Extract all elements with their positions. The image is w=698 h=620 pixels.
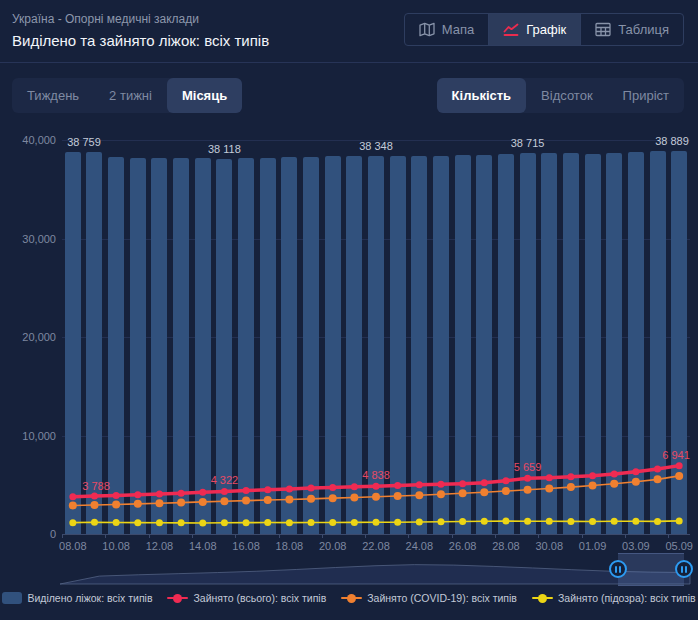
- x-axis-label: 10.08: [102, 540, 130, 552]
- bar-allocated-beds[interactable]: [346, 156, 362, 534]
- bar-allocated-beds[interactable]: [130, 158, 146, 534]
- legend-dot: [173, 594, 182, 603]
- bar-allocated-beds[interactable]: [390, 156, 406, 534]
- tab-week[interactable]: Тиждень: [12, 78, 94, 113]
- bar-allocated-beds[interactable]: [195, 158, 211, 534]
- navigator-silhouette: [60, 565, 690, 584]
- bar-allocated-beds[interactable]: [325, 156, 341, 534]
- x-axis-label: 12.08: [146, 540, 174, 552]
- bar-allocated-beds[interactable]: [498, 154, 514, 534]
- tab-month[interactable]: Місяць: [167, 78, 242, 113]
- page-title: Виділено та зайнято ліжок: всіх типів: [12, 32, 269, 49]
- view-button-chart[interactable]: Графік: [488, 14, 580, 45]
- tab-percent[interactable]: Відсоток: [526, 78, 607, 113]
- tab-growth[interactable]: Приріст: [608, 78, 684, 113]
- bar-allocated-beds[interactable]: [433, 156, 449, 534]
- bar-value-label: 38 715: [511, 137, 545, 149]
- bar-allocated-beds[interactable]: [260, 158, 276, 534]
- legend-label: Виділено ліжок: всіх типів: [27, 592, 152, 604]
- legend-item-occupied-suspected[interactable]: Зайнято (підозра): всіх типів: [532, 592, 696, 604]
- navigator-handle-right[interactable]: [675, 560, 693, 578]
- bar-allocated-beds[interactable]: [520, 153, 536, 534]
- bar-allocated-beds[interactable]: [650, 151, 666, 534]
- legend-item-allocated[interactable]: Виділено ліжок: всіх типів: [2, 592, 152, 604]
- handle-grip: [619, 566, 621, 573]
- legend-dot: [538, 594, 547, 603]
- handle-grip: [615, 566, 617, 573]
- x-axis-label: 20.08: [319, 540, 347, 552]
- tab-quantity[interactable]: Кількість: [437, 78, 527, 113]
- bar-allocated-beds[interactable]: [671, 151, 687, 534]
- line-value-label: 4 322: [211, 474, 239, 486]
- bar-allocated-beds[interactable]: [628, 152, 644, 534]
- x-axis-label: 30.08: [535, 540, 563, 552]
- x-axis-label: 16.08: [232, 540, 260, 552]
- table-icon: [595, 22, 611, 37]
- view-button-map[interactable]: Мапа: [405, 14, 488, 45]
- view-button-chart-label: Графік: [526, 22, 566, 37]
- legend-line-swatch: [532, 597, 553, 600]
- x-axis-label: 03.09: [622, 540, 650, 552]
- x-axis-label: 28.08: [492, 540, 520, 552]
- bar-allocated-beds[interactable]: [476, 155, 492, 534]
- x-axis-label: 22.08: [362, 540, 390, 552]
- bar-allocated-beds[interactable]: [173, 158, 189, 534]
- x-axis-line: [62, 534, 690, 535]
- bar-value-label: 38 348: [359, 140, 393, 152]
- legend-item-occupied-covid[interactable]: Зайнято (COVID-19): всіх типів: [341, 592, 517, 604]
- x-axis-label: 24.08: [406, 540, 434, 552]
- legend-dot: [347, 594, 356, 603]
- bar-allocated-beds[interactable]: [455, 155, 471, 534]
- bar-allocated-beds[interactable]: [281, 157, 297, 534]
- tab-two-weeks[interactable]: 2 тижні: [94, 78, 167, 113]
- navigator-selection-window[interactable]: [618, 553, 684, 586]
- chart-plot-area: 010,00020,00030,00040,00038 75938 11838 …: [0, 120, 698, 560]
- bar-value-label: 38 118: [208, 143, 241, 155]
- line-value-label: 6 941: [662, 449, 690, 461]
- navigator-handle-left[interactable]: [609, 560, 627, 578]
- breadcrumb: Україна - Опорні медичні заклади: [12, 12, 199, 26]
- map-icon: [419, 22, 435, 37]
- line-value-label: 5 659: [514, 461, 542, 473]
- bar-allocated-beds[interactable]: [238, 158, 254, 534]
- bar-allocated-beds[interactable]: [303, 157, 319, 534]
- legend-bar-swatch: [2, 592, 22, 604]
- period-tab-group: Тиждень 2 тижні Місяць: [12, 78, 242, 113]
- bar-allocated-beds[interactable]: [108, 157, 124, 534]
- bar-value-label: 38 759: [67, 136, 101, 148]
- navigator-area-chart: [0, 548, 698, 588]
- bar-allocated-beds[interactable]: [541, 153, 557, 534]
- line-chart-icon: [503, 22, 519, 37]
- legend-line-swatch: [167, 597, 188, 600]
- legend-label: Зайнято (COVID-19): всіх типів: [367, 592, 517, 604]
- x-axis-label: 05.09: [665, 540, 693, 552]
- y-axis-label: 20,000: [0, 331, 56, 343]
- handle-grip: [681, 566, 683, 573]
- bar-allocated-beds[interactable]: [585, 154, 601, 534]
- y-axis-label: 0: [0, 528, 56, 540]
- view-button-table[interactable]: Таблиця: [580, 14, 683, 45]
- bar-value-label: 38 889: [655, 135, 689, 147]
- x-axis-label: 26.08: [449, 540, 477, 552]
- y-axis-label: 40,000: [0, 134, 56, 146]
- view-button-map-label: Мапа: [442, 22, 474, 37]
- bar-allocated-beds[interactable]: [65, 152, 81, 534]
- chart-legend: Виділено ліжок: всіх типів Зайнято (всьо…: [0, 592, 698, 604]
- x-axis-label: 14.08: [189, 540, 217, 552]
- x-axis-label: 01.09: [579, 540, 607, 552]
- legend-label: Зайнято (підозра): всіх типів: [558, 592, 696, 604]
- controls-row: Тиждень 2 тижні Місяць Кількість Відсото…: [12, 78, 684, 113]
- legend-item-occupied-total[interactable]: Зайнято (всього): всіх типів: [167, 592, 326, 604]
- bar-allocated-beds[interactable]: [151, 158, 167, 534]
- range-navigator: [0, 548, 698, 588]
- bar-allocated-beds[interactable]: [563, 153, 579, 534]
- header: Україна - Опорні медичні заклади Виділен…: [0, 0, 698, 63]
- x-axis-label: 18.08: [276, 540, 304, 552]
- y-axis-label: 10,000: [0, 430, 56, 442]
- legend-label: Зайнято (всього): всіх типів: [193, 592, 326, 604]
- bar-allocated-beds[interactable]: [606, 153, 622, 534]
- bar-allocated-beds[interactable]: [411, 156, 427, 534]
- bar-allocated-beds[interactable]: [86, 152, 102, 534]
- metric-tab-group: Кількість Відсоток Приріст: [437, 78, 684, 113]
- x-axis-label: 08.08: [59, 540, 87, 552]
